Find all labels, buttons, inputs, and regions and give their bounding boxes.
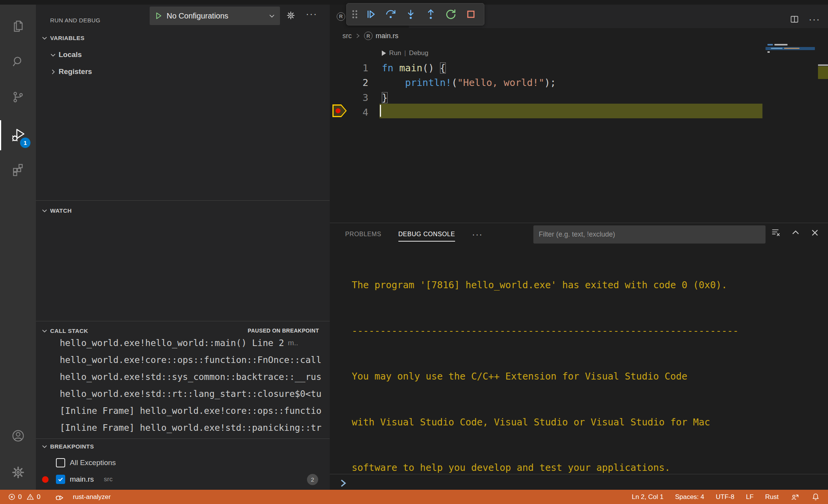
variables-registers-row[interactable]: Registers bbox=[36, 64, 330, 79]
variables-section-header[interactable]: VARIABLES bbox=[36, 31, 330, 45]
continue-icon[interactable] bbox=[362, 6, 379, 23]
launch-configuration-dropdown[interactable]: No Configurations bbox=[150, 7, 280, 25]
line-number: 3 bbox=[347, 90, 368, 105]
start-debug-icon[interactable] bbox=[154, 12, 163, 20]
editor-more-actions[interactable]: ··· bbox=[809, 14, 820, 25]
section-divider[interactable] bbox=[36, 438, 330, 439]
chevron-down-icon bbox=[268, 12, 275, 19]
panel-action-icons bbox=[771, 228, 820, 238]
problems-status[interactable]: 0 0 bbox=[8, 493, 40, 501]
lsp-status[interactable]: rust-analyzer bbox=[73, 493, 111, 501]
stack-frame[interactable]: hello_world.exe!std::sys_common::backtra… bbox=[60, 368, 330, 385]
code-line-1[interactable]: fn main() { bbox=[382, 60, 446, 76]
warning-icon bbox=[26, 493, 34, 501]
toolbar-gripper-icon[interactable] bbox=[351, 9, 359, 19]
encoding-status[interactable]: UTF-8 bbox=[716, 493, 734, 501]
breadcrumb[interactable]: src R main.rs bbox=[342, 28, 398, 44]
variables-locals-row[interactable]: Locals bbox=[36, 47, 330, 62]
all-exceptions-row[interactable]: All Exceptions bbox=[36, 455, 330, 470]
main-rs-breakpoint-checkbox[interactable] bbox=[56, 475, 65, 484]
chevron-down-icon bbox=[41, 443, 48, 450]
account-icon[interactable] bbox=[0, 422, 36, 450]
stack-frame[interactable]: hello_world.exe!core::ops::function::FnO… bbox=[60, 351, 330, 368]
section-divider[interactable] bbox=[36, 321, 330, 321]
chevron-down-icon bbox=[50, 52, 56, 58]
watch-section-header[interactable]: WATCH bbox=[36, 203, 330, 217]
debug-console-output: The program '[7816] hello_world.exe' has… bbox=[352, 247, 826, 504]
close-panel-icon[interactable] bbox=[810, 228, 820, 237]
activity-bar: 1 bbox=[0, 5, 36, 490]
panel-tabs: PROBLEMS DEBUG CONSOLE ··· bbox=[345, 228, 483, 244]
extensions-icon[interactable] bbox=[0, 156, 36, 183]
line-col-status[interactable]: Ln 2, Col 1 bbox=[632, 493, 663, 501]
breakpoint-count-badge: 2 bbox=[307, 474, 318, 485]
console-line: with Visual Studio Code, Visual Studio o… bbox=[352, 415, 826, 430]
tab-problems[interactable]: PROBLEMS bbox=[345, 231, 381, 242]
rust-file-icon: R bbox=[364, 32, 373, 40]
breakpoint-path: src bbox=[104, 475, 113, 483]
split-editor-icon[interactable] bbox=[789, 14, 799, 24]
status-bar: 0 0 rust-analyzer Ln 2, Col 1 Spaces: 4 … bbox=[0, 490, 828, 504]
language-status[interactable]: Rust bbox=[765, 493, 779, 501]
panel-more-tabs[interactable]: ··· bbox=[472, 230, 483, 243]
run-and-debug-icon[interactable]: 1 bbox=[0, 121, 36, 149]
overview-ruler[interactable] bbox=[818, 28, 828, 223]
stack-frame[interactable]: hello_world.exe!std::rt::lang_start::clo… bbox=[60, 385, 330, 402]
sidebar-title: RUN AND DEBUG bbox=[50, 12, 100, 29]
configuration-label: No Configurations bbox=[167, 12, 268, 20]
editor-actions: ··· bbox=[789, 14, 820, 25]
breakpoints-section-header[interactable]: BREAKPOINTS bbox=[36, 439, 330, 453]
maximize-panel-icon[interactable] bbox=[791, 228, 800, 237]
chevron-down-icon bbox=[41, 328, 48, 334]
step-out-icon[interactable] bbox=[422, 6, 439, 23]
chevron-right-icon bbox=[355, 33, 361, 39]
all-exceptions-checkbox[interactable] bbox=[56, 458, 65, 467]
explorer-icon[interactable] bbox=[0, 12, 36, 39]
debug-settings-gear-icon[interactable] bbox=[286, 10, 296, 20]
settings-gear-icon[interactable] bbox=[0, 459, 36, 486]
code-line-2[interactable]: println!("Hello, world!"); bbox=[382, 76, 556, 91]
breadcrumb-file[interactable]: main.rs bbox=[376, 32, 398, 40]
tab-debug-console[interactable]: DEBUG CONSOLE bbox=[398, 231, 455, 242]
feedback-icon[interactable] bbox=[790, 492, 799, 502]
code-line-3[interactable]: } bbox=[382, 90, 388, 105]
breakpoint-current-instruction-icon[interactable] bbox=[332, 104, 347, 117]
console-line: ----------------------------------------… bbox=[352, 323, 826, 339]
stack-frame[interactable]: hello_world.exe!hello_world::main() Line… bbox=[60, 334, 330, 351]
sidebar-more-actions[interactable]: ··· bbox=[306, 8, 317, 19]
text-cursor bbox=[380, 105, 381, 117]
debug-current-line-highlight bbox=[379, 104, 762, 119]
indentation-status[interactable]: Spaces: 4 bbox=[675, 493, 704, 501]
console-line: The program '[7816] hello_world.exe' has… bbox=[352, 277, 826, 293]
debug-toolbar bbox=[346, 3, 484, 25]
minimap[interactable] bbox=[766, 33, 818, 210]
stack-frame[interactable]: [Inline Frame] hello_world.exe!core::ops… bbox=[60, 402, 330, 419]
restart-icon[interactable] bbox=[442, 6, 459, 23]
codelens-run-link[interactable]: Run bbox=[389, 49, 401, 57]
line-number: 4 bbox=[347, 105, 368, 120]
line-number: 2 bbox=[347, 76, 368, 91]
codelens-debug-link[interactable]: Debug bbox=[409, 49, 428, 57]
breakpoint-main-rs-row[interactable]: main.rs src 2 bbox=[36, 472, 330, 487]
breadcrumb-folder[interactable]: src bbox=[342, 32, 352, 40]
stop-icon[interactable] bbox=[462, 6, 479, 23]
debug-status-icon[interactable] bbox=[54, 492, 64, 502]
eol-status[interactable]: LF bbox=[746, 493, 754, 501]
console-filter-input[interactable] bbox=[533, 225, 766, 244]
step-into-icon[interactable] bbox=[402, 6, 419, 23]
line-number: 1 bbox=[347, 60, 368, 76]
repl-prompt-chevron-icon bbox=[338, 478, 348, 488]
notifications-bell-icon[interactable] bbox=[811, 492, 820, 502]
section-divider[interactable] bbox=[36, 200, 330, 201]
clear-console-icon[interactable] bbox=[771, 228, 781, 238]
stack-frame[interactable]: [Inline Frame] hello_world.exe!std::pani… bbox=[60, 419, 330, 436]
step-over-icon[interactable] bbox=[382, 6, 399, 23]
search-icon[interactable] bbox=[0, 48, 36, 76]
repl-input-row[interactable] bbox=[338, 477, 348, 490]
chevron-down-icon bbox=[41, 35, 48, 41]
chevron-right-icon bbox=[50, 69, 56, 75]
bottom-panel: PROBLEMS DEBUG CONSOLE ··· The program '… bbox=[330, 223, 828, 490]
source-control-icon[interactable] bbox=[0, 83, 36, 111]
debug-badge: 1 bbox=[20, 138, 30, 148]
console-line: You may only use the C/C++ Extension for… bbox=[352, 369, 826, 384]
